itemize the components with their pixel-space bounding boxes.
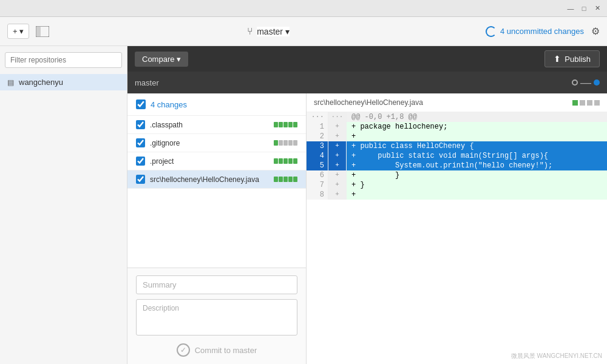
add-button[interactable]: + ▾ xyxy=(7,24,29,39)
diff-code: + xyxy=(347,190,607,200)
branch-dots: — xyxy=(572,76,600,89)
minimize-button[interactable]: — xyxy=(566,4,575,13)
diff-code: + public static void main(String[] args)… xyxy=(347,151,607,161)
file-list: 4 changes .classpath .gitignore xyxy=(127,93,307,364)
diff-meta-code: @@ -0,0 +1,8 @@ xyxy=(347,112,607,122)
description-input[interactable] xyxy=(136,299,297,335)
list-item[interactable]: src\hellocheney\HelloCheney.java xyxy=(127,170,306,189)
sync-icon xyxy=(486,26,497,37)
diff-filename: src\hellocheney\HelloCheney.java xyxy=(314,98,423,107)
branch-dot-right xyxy=(594,79,600,86)
file-name-classpath: .classpath xyxy=(150,121,269,129)
commit-button[interactable]: ✓ Commit to master xyxy=(177,343,257,357)
file-name-gitignore: .gitignore xyxy=(150,139,269,147)
summary-input[interactable] xyxy=(136,275,297,294)
commit-circle-icon: ✓ xyxy=(177,343,190,357)
diff-ln: 1 xyxy=(307,122,328,132)
diff-row: 3 + + public class HelloCheney { xyxy=(307,141,607,151)
publish-icon: ⬆ xyxy=(554,54,561,64)
file-name-hellocheney: src\hellocheney\HelloCheney.java xyxy=(150,175,269,184)
panel-toggle-icon[interactable] xyxy=(34,23,51,40)
status-gray-2 xyxy=(587,100,592,106)
close-button[interactable]: ✕ xyxy=(592,4,602,13)
main-content: ▤ wangchenyu Compare ▾ ⬆ Publish master … xyxy=(0,46,607,364)
diff-status-indicators xyxy=(572,100,600,106)
diff-header: src\hellocheney\HelloCheney.java xyxy=(307,93,607,112)
diff-code: + xyxy=(347,132,607,141)
select-all-checkbox[interactable] xyxy=(136,99,146,109)
diff-content[interactable]: ··· ··· @@ -0,0 +1,8 @@ 1 + + package he… xyxy=(307,112,607,364)
branch-icon: ⑂ xyxy=(247,26,253,37)
changes-count: 4 changes xyxy=(151,100,187,109)
repository-item[interactable]: ▤ wangchenyu xyxy=(0,74,127,90)
status-gray-3 xyxy=(594,100,600,106)
diff-code: + package hellocheney; xyxy=(347,122,607,132)
branch-selector[interactable]: master ▾ xyxy=(257,27,290,36)
diff-action-meta: ··· xyxy=(328,112,347,122)
diff-ln: 6 xyxy=(307,170,328,180)
current-branch-label: master xyxy=(135,78,159,87)
compare-bar: Compare ▾ ⬆ Publish xyxy=(127,46,607,72)
file-name-project: .project xyxy=(150,157,269,166)
branch-bar: master — xyxy=(127,72,607,93)
list-item[interactable]: .project xyxy=(127,152,306,170)
branch-line: — xyxy=(580,76,591,89)
sidebar: ▤ wangchenyu xyxy=(0,46,127,364)
branch-name: master xyxy=(257,27,283,36)
branch-dot-left xyxy=(572,79,578,86)
file-checkbox-gitignore[interactable] xyxy=(136,138,145,147)
commit-label: Commit to master xyxy=(195,346,257,355)
uncommitted-badge: 4 uncommitted changes xyxy=(486,26,584,37)
list-item[interactable]: .classpath xyxy=(127,116,306,134)
diff-code: + } xyxy=(347,170,607,180)
file-bars-classpath xyxy=(274,122,297,127)
diff-code: + public class HelloCheney { xyxy=(347,141,607,151)
diff-row: 8 + + xyxy=(307,190,607,200)
diff-row: 7 + + } xyxy=(307,180,607,190)
diff-ln: 3 xyxy=(307,141,328,151)
title-bar: — □ ✕ xyxy=(0,0,607,17)
diff-row: 6 + + } xyxy=(307,170,607,180)
diff-row: 1 + + package hellocheney; xyxy=(307,122,607,132)
diff-ln: 2 xyxy=(307,132,328,141)
status-gray-1 xyxy=(580,100,585,106)
filter-repositories-input[interactable] xyxy=(5,52,122,68)
status-green xyxy=(572,100,578,106)
diff-ln: 4 xyxy=(307,151,328,161)
file-bars-hellocheney xyxy=(274,177,297,182)
diff-action[interactable]: + xyxy=(328,122,347,132)
diff-action[interactable]: + xyxy=(328,190,347,200)
diff-ln: 7 xyxy=(307,180,328,190)
diff-view: src\hellocheney\HelloCheney.java ··· ···… xyxy=(307,93,607,364)
file-checkbox-classpath[interactable] xyxy=(136,120,145,129)
diff-row: 5 + + System.out.println("hello cheney!"… xyxy=(307,161,607,170)
svg-rect-1 xyxy=(36,26,41,37)
file-bars-project xyxy=(274,158,297,164)
file-list-header: 4 changes xyxy=(127,93,306,116)
diff-code: + } xyxy=(347,180,607,190)
maximize-button[interactable]: □ xyxy=(579,4,589,13)
list-item[interactable]: .gitignore xyxy=(127,134,306,152)
diff-action[interactable]: + xyxy=(328,151,347,161)
uncommitted-text: 4 uncommitted changes xyxy=(500,27,584,36)
compare-button[interactable]: Compare ▾ xyxy=(135,52,188,67)
diff-code: + System.out.println("hello cheney!"); xyxy=(347,161,607,170)
branch-arrow: ▾ xyxy=(285,27,290,36)
diff-action[interactable]: + xyxy=(328,141,347,151)
diff-action[interactable]: + xyxy=(328,132,347,141)
diff-row: 2 + + xyxy=(307,132,607,141)
publish-button[interactable]: ⬆ Publish xyxy=(544,50,600,67)
file-bars-gitignore xyxy=(274,140,297,146)
diff-action[interactable]: + xyxy=(328,170,347,180)
diff-action[interactable]: + xyxy=(328,161,347,170)
settings-button[interactable]: ⚙ xyxy=(591,25,600,37)
file-checkbox-project[interactable] xyxy=(136,157,145,166)
right-panel: Compare ▾ ⬆ Publish master — 4 changes xyxy=(127,46,607,364)
toolbar: + ▾ ⑂ master ▾ 4 uncommitted changes ⚙ xyxy=(0,17,607,46)
repo-name: wangchenyu xyxy=(19,78,63,87)
commit-area: ✓ Commit to master xyxy=(127,268,306,364)
file-checkbox-hellocheney[interactable] xyxy=(136,175,145,184)
diff-action[interactable]: + xyxy=(328,180,347,190)
publish-label: Publish xyxy=(565,55,591,64)
diff-ln: 5 xyxy=(307,161,328,170)
